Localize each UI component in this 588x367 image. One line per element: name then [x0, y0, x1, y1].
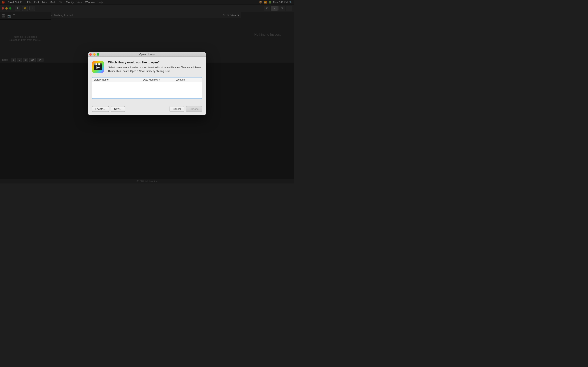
new-button[interactable]: New...: [111, 106, 125, 112]
svg-rect-3: [95, 63, 95, 65]
dialog-title: Open Library: [139, 53, 155, 56]
dialog-maximize-button[interactable]: [97, 53, 99, 56]
sort-arrow-icon: ▾: [159, 79, 160, 81]
dialog-traffic-lights: [89, 53, 99, 56]
locate-button[interactable]: Locate...: [92, 106, 109, 112]
cancel-button[interactable]: Cancel: [169, 106, 184, 112]
choose-button[interactable]: Choose: [186, 106, 202, 112]
col-location[interactable]: Location: [176, 78, 200, 81]
modal-overlay: Open Library: [0, 0, 294, 184]
dialog-minimize-button[interactable]: [93, 53, 95, 56]
table-header: Library Name Date Modified ▾ Location: [92, 77, 202, 82]
dialog-close-button[interactable]: [89, 53, 92, 56]
table-body: [92, 82, 202, 99]
dialog-question: Which library would you like to open?: [108, 61, 202, 64]
svg-rect-5: [98, 63, 99, 65]
col-date-modified[interactable]: Date Modified ▾: [143, 78, 176, 81]
dialog-titlebar: Open Library: [88, 52, 206, 57]
dialog-body: Which library would you like to open? Se…: [88, 57, 206, 106]
dialog-footer: Locate... New... Cancel Choose: [88, 106, 206, 115]
open-library-dialog: Open Library: [88, 52, 206, 115]
svg-rect-6: [99, 63, 100, 65]
library-table[interactable]: Library Name Date Modified ▾ Location: [92, 77, 202, 99]
svg-rect-4: [96, 63, 97, 65]
fcp-app-icon: [92, 61, 105, 74]
dialog-header-text: Which library would you like to open? Se…: [108, 61, 202, 73]
dialog-header: Which library would you like to open? Se…: [92, 61, 202, 74]
dialog-description: Select one or more libraries to open fro…: [108, 66, 202, 73]
col-library-name[interactable]: Library Name: [94, 78, 143, 81]
